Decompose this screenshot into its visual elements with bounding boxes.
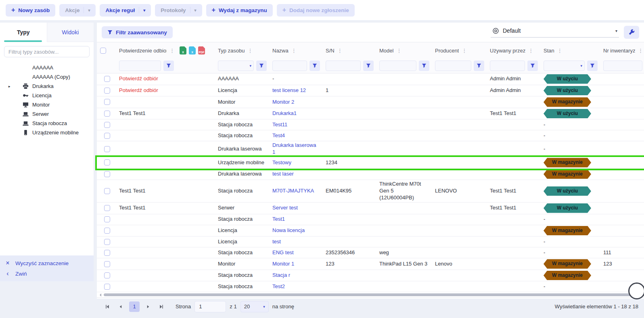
row-checkbox[interactable] (104, 205, 110, 211)
row-checkbox[interactable] (104, 284, 110, 290)
asset-name-link[interactable]: Test11 (272, 121, 287, 128)
sidebar-item-urzadzenie-mobilne[interactable]: Urządzenie mobilne (0, 128, 94, 137)
row-checkbox[interactable] (104, 88, 110, 94)
export-csv-icon[interactable]: X (189, 46, 196, 54)
column-header-label[interactable]: Używany przez (490, 48, 525, 54)
column-header-label[interactable]: Stan (544, 48, 554, 54)
select-all-checkbox[interactable] (100, 48, 106, 54)
last-page-button[interactable] (157, 302, 166, 312)
row-checkbox[interactable] (104, 159, 110, 165)
filter-funnel-button[interactable] (256, 61, 267, 71)
current-page-button[interactable]: 1 (129, 301, 140, 312)
asset-name-link[interactable]: test license 12 (272, 87, 306, 93)
sidebar-item-stacja-robocza[interactable]: Stacja robocza (0, 119, 94, 128)
filter-input[interactable] (603, 61, 642, 71)
row-checkbox[interactable] (104, 188, 110, 194)
scroll-left-arrow-icon[interactable] (98, 293, 101, 297)
filter-input[interactable] (218, 61, 254, 71)
sidebar-item-serwer[interactable]: Serwer (0, 109, 94, 119)
asset-name-link[interactable]: Test2 (272, 283, 285, 289)
row-checkbox[interactable] (104, 239, 110, 245)
row-checkbox[interactable] (104, 76, 110, 82)
filter-funnel-button[interactable] (163, 61, 174, 71)
collapse-sidebar-button[interactable]: ‹ Zwiń (0, 268, 94, 279)
type-filter-input[interactable] (4, 46, 90, 57)
grid-settings-button[interactable] (624, 26, 639, 39)
row-checkbox[interactable] (104, 216, 110, 222)
page-input[interactable] (194, 301, 226, 312)
row-checkbox[interactable] (104, 261, 110, 267)
next-page-button[interactable] (143, 302, 153, 312)
column-menu-icon[interactable]: ⋮ (395, 48, 402, 54)
asset-name-link[interactable]: Monitor 2 (272, 99, 294, 105)
add-new-ticket-button[interactable]: +Dodaj nowe zgłoszenie (277, 4, 355, 17)
column-header-label[interactable]: Nr inwentaryzacyj... (603, 48, 635, 54)
protocols-button[interactable]: Protokoły▾ (155, 4, 202, 17)
asset-name-link[interactable]: test laser (272, 171, 294, 177)
column-menu-icon[interactable]: ⋮ (461, 48, 468, 54)
filter-input[interactable] (435, 61, 471, 71)
row-checkbox[interactable] (104, 171, 110, 177)
column-header-label[interactable]: Nazwa (272, 48, 289, 54)
filter-input[interactable] (272, 61, 307, 71)
confirm-receipt-link[interactable]: Potwierdź odbiór (119, 87, 158, 93)
asset-name-link[interactable]: Test1 (272, 216, 285, 222)
sidebar-item-drukarka[interactable]: ▸Drukarka (0, 82, 94, 91)
column-menu-icon[interactable]: ⋮ (527, 48, 534, 54)
column-menu-icon[interactable]: ⋮ (556, 48, 563, 54)
filter-funnel-button[interactable] (419, 61, 429, 71)
row-checkbox[interactable] (104, 99, 110, 105)
sidebar-item-aaaaaa[interactable]: AAAAAA (0, 63, 94, 72)
asset-name-link[interactable]: Monitor 1 (272, 261, 294, 267)
row-checkbox[interactable] (104, 250, 110, 256)
column-header-label[interactable]: Producent (435, 48, 459, 54)
asset-name-link[interactable]: Drukarka laserowa 1 (272, 142, 316, 155)
confirm-receipt-link[interactable]: Potwierdź odbiór (119, 75, 158, 82)
filter-combo[interactable]: ▾ (218, 61, 254, 71)
filter-input[interactable] (490, 61, 525, 71)
tab-typy[interactable]: Typy (0, 23, 47, 42)
prev-page-button[interactable] (116, 302, 125, 312)
row-checkbox[interactable] (104, 272, 110, 278)
asset-name-link[interactable]: ENG test (272, 249, 294, 255)
asset-name-link[interactable]: Testowy (272, 159, 291, 165)
sidebar-item-aaaaaa-copy[interactable]: AAAAAA (Copy) (0, 72, 94, 82)
filter-input[interactable] (119, 61, 161, 71)
row-checkbox[interactable] (104, 133, 110, 139)
first-page-button[interactable] (102, 302, 112, 312)
clear-selection-button[interactable]: × Wyczyść zaznaczenie (0, 258, 94, 268)
sidebar-item-licencja[interactable]: Licencja (0, 91, 94, 100)
issue-from-warehouse-button[interactable]: +Wydaj z magazynu (206, 4, 273, 17)
column-header-label[interactable]: S/N (326, 48, 335, 54)
sidebar-item-monitor[interactable]: Monitor (0, 100, 94, 109)
row-checkbox[interactable] (104, 146, 110, 152)
column-header-label[interactable]: Potwierdzenie odbioru (119, 48, 167, 54)
view-selector[interactable]: Default ▾ (491, 27, 619, 38)
filter-combo[interactable]: ▾ (544, 61, 585, 71)
asset-name-link[interactable]: Nowa licencja (272, 227, 305, 233)
horizontal-scrollbar[interactable] (97, 292, 644, 297)
asset-name-link[interactable]: Stacja r (272, 272, 290, 278)
floating-action-button[interactable] (628, 282, 644, 299)
row-checkbox[interactable] (104, 111, 110, 117)
asset-name-link[interactable]: Test4 (272, 132, 285, 138)
filter-funnel-button[interactable] (474, 61, 484, 71)
asset-name-link[interactable]: Server test (272, 205, 298, 211)
filter-funnel-button[interactable] (587, 61, 598, 71)
filter-funnel-button[interactable] (527, 61, 538, 71)
tab-widoki[interactable]: Widoki (47, 23, 94, 42)
column-menu-icon[interactable]: ⋮ (637, 48, 644, 54)
column-menu-icon[interactable]: ⋮ (169, 48, 176, 54)
column-header-label[interactable]: Typ zasobu (218, 48, 245, 54)
export-pdf-icon[interactable]: PDF (198, 46, 205, 54)
advanced-filter-button[interactable]: Filtr zaawansowany (102, 26, 173, 38)
filter-input[interactable] (379, 61, 416, 71)
new-asset-button[interactable]: +Nowy zasób (6, 4, 55, 17)
rule-actions-button[interactable]: Akcje reguł▾ (100, 4, 151, 17)
filter-input[interactable] (326, 61, 361, 71)
column-menu-icon[interactable]: ⋮ (291, 48, 297, 54)
row-checkbox[interactable] (104, 228, 110, 234)
actions-button[interactable]: Akcje▾ (59, 4, 96, 17)
asset-name-link[interactable]: M70T-JMAJTYKA (272, 188, 314, 194)
column-header-label[interactable]: Model (379, 48, 393, 54)
